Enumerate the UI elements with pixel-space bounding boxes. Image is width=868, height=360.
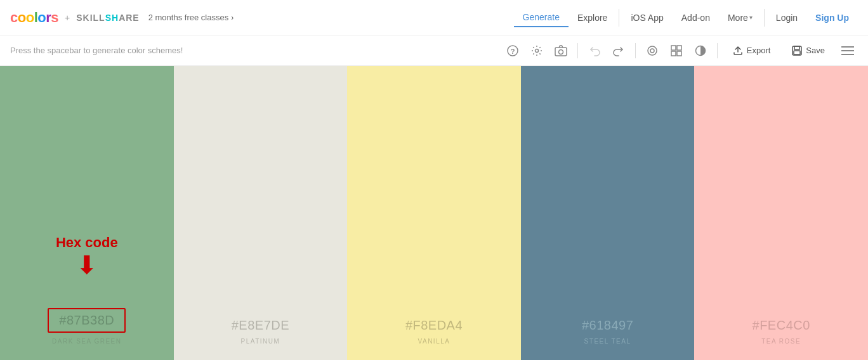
hex-value-3: #618497 bbox=[582, 318, 633, 333]
help-icon[interactable]: ? bbox=[503, 41, 523, 61]
settings-icon[interactable] bbox=[527, 41, 547, 61]
svg-point-6 bbox=[650, 49, 654, 53]
color-swatch-2[interactable]: #F8EDA4 VANILLA bbox=[347, 66, 521, 360]
nav-ios-app[interactable]: iOS App bbox=[622, 9, 672, 27]
export-button[interactable]: Export bbox=[724, 42, 780, 60]
hex-value-0: #87B38D bbox=[48, 308, 126, 333]
toolbar-sep-2 bbox=[635, 43, 636, 58]
logo-area: coolors + SKILLSHARE 2 months free class… bbox=[10, 10, 233, 26]
color-info-2: #F8EDA4 VANILLA bbox=[347, 318, 521, 345]
grid-icon[interactable] bbox=[666, 41, 687, 61]
toolbar-hint: Press the spacebar to generate color sch… bbox=[10, 46, 503, 55]
color-info-0: #87B38D DARK SEA GREEN bbox=[0, 308, 174, 345]
color-name-3: STEEL TEAL bbox=[584, 338, 631, 345]
hamburger-menu[interactable] bbox=[838, 41, 858, 61]
color-info-4: #FEC4C0 TEA ROSE bbox=[694, 318, 868, 345]
svg-rect-9 bbox=[671, 51, 676, 56]
plus-separator: + bbox=[65, 13, 70, 23]
color-swatch-3[interactable]: #618497 STEEL TEAL bbox=[521, 66, 695, 360]
color-name-1: PLATINUM bbox=[240, 338, 280, 345]
color-info-3: #618497 STEEL TEAL bbox=[521, 318, 695, 345]
coolors-logo[interactable]: coolors bbox=[10, 10, 58, 26]
svg-rect-13 bbox=[794, 46, 799, 49]
nav-generate[interactable]: Generate bbox=[514, 8, 569, 27]
toolbar-sep-3 bbox=[717, 43, 718, 58]
nav-explore[interactable]: Explore bbox=[569, 9, 616, 27]
svg-rect-8 bbox=[677, 46, 681, 50]
nav-addon[interactable]: Add-on bbox=[673, 9, 719, 27]
svg-rect-10 bbox=[677, 51, 681, 56]
undo-icon[interactable] bbox=[584, 41, 605, 61]
nav-more[interactable]: More ▾ bbox=[719, 9, 761, 27]
nav-divider-2 bbox=[764, 9, 765, 27]
color-name-4: TEA ROSE bbox=[761, 338, 801, 345]
color-palette: Hex code ⬇ #87B38D DARK SEA GREEN #E8E7D… bbox=[0, 66, 868, 360]
toolbar: Press the spacebar to generate color sch… bbox=[0, 35, 868, 66]
view-icon[interactable] bbox=[642, 41, 662, 61]
save-label: Save bbox=[806, 46, 825, 55]
hex-code-annotation-label: Hex code bbox=[56, 235, 118, 251]
nav-more-label: More bbox=[728, 13, 748, 23]
contrast-icon[interactable] bbox=[690, 41, 711, 61]
nav-signup[interactable]: Sign Up bbox=[806, 9, 858, 27]
color-info-1: #E8E7DE PLATINUM bbox=[174, 318, 348, 345]
skillshare-logo[interactable]: SKILLSHARE bbox=[76, 13, 139, 23]
svg-text:?: ? bbox=[510, 47, 515, 55]
toolbar-actions: ? bbox=[503, 41, 858, 61]
save-button[interactable]: Save bbox=[783, 42, 834, 60]
redo-icon[interactable] bbox=[608, 41, 629, 61]
color-swatch-4[interactable]: #FEC4C0 TEA ROSE bbox=[694, 66, 868, 360]
color-swatch-1[interactable]: #E8E7DE PLATINUM bbox=[174, 66, 348, 360]
chevron-down-icon: ▾ bbox=[749, 14, 753, 21]
svg-point-2 bbox=[535, 49, 538, 52]
top-navigation: Generate Explore iOS App Add-on More ▾ L… bbox=[514, 8, 858, 27]
promo-banner[interactable]: 2 months free classes › bbox=[148, 13, 233, 22]
promo-text-label: 2 months free classes bbox=[148, 13, 228, 22]
svg-point-4 bbox=[558, 49, 563, 54]
hex-value-4: #FEC4C0 bbox=[753, 318, 810, 333]
svg-rect-14 bbox=[794, 51, 800, 55]
color-name-2: VANILLA bbox=[418, 338, 450, 345]
hex-value-2: #F8EDA4 bbox=[405, 318, 463, 333]
nav-divider-1 bbox=[619, 9, 619, 27]
nav-login[interactable]: Login bbox=[767, 9, 806, 27]
top-bar: coolors + SKILLSHARE 2 months free class… bbox=[0, 0, 868, 35]
svg-rect-7 bbox=[671, 46, 676, 50]
hex-value-1: #E8E7DE bbox=[232, 318, 289, 333]
color-name-0: DARK SEA GREEN bbox=[52, 338, 121, 345]
camera-icon[interactable] bbox=[551, 41, 571, 61]
promo-arrow-icon: › bbox=[231, 13, 233, 22]
toolbar-sep-1 bbox=[577, 43, 578, 58]
hex-arrow-icon: ⬇ bbox=[76, 252, 98, 278]
export-label: Export bbox=[747, 46, 771, 55]
color-swatch-0[interactable]: Hex code ⬇ #87B38D DARK SEA GREEN bbox=[0, 66, 174, 360]
svg-point-5 bbox=[648, 46, 657, 55]
